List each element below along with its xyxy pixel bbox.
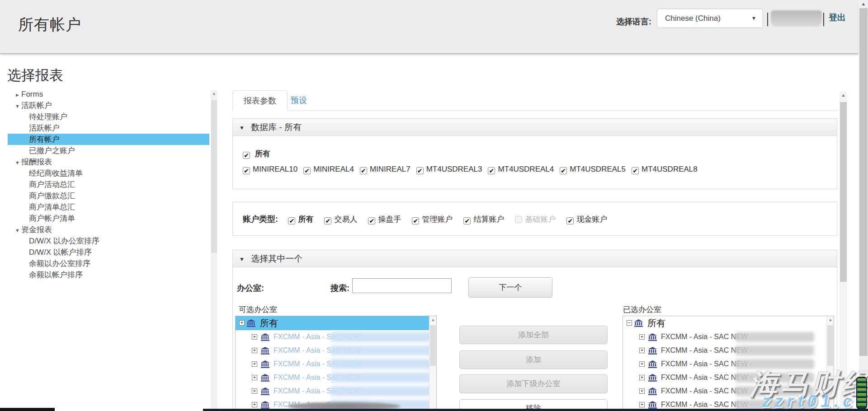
sidebar-item-资金报表[interactable]: ▼资金报表 <box>8 224 209 235</box>
expand-plus-icon[interactable]: + <box>639 375 645 380</box>
sidebar-item-商户活动总汇[interactable]: 商户活动总汇 <box>8 179 209 190</box>
scroll-up-icon[interactable]: ▲ <box>859 1 868 6</box>
sidebar-item-所有帐户[interactable]: 所有帐户 <box>8 134 209 145</box>
bottom-edge-artifact <box>203 409 868 411</box>
sidebar-item-D/W/X 以帐户排序[interactable]: D/W/X 以帐户排序 <box>8 247 209 258</box>
checkbox-label[interactable]: MT4USDREAL8 <box>642 165 698 173</box>
next-button[interactable]: 下一个 <box>468 277 552 298</box>
sidebar-item-余额以办公室排序[interactable]: 余额以办公室排序 <box>8 258 209 269</box>
checkbox-所有[interactable]: ✔ <box>288 217 295 224</box>
checkbox-MINIREAL10[interactable]: ✔ <box>243 167 250 174</box>
sidebar-item-报酬报表[interactable]: ▼报酬报表 <box>8 156 209 168</box>
expand-plus-icon[interactable]: + <box>252 402 257 407</box>
checkbox-交易人[interactable]: ✔ <box>324 217 331 224</box>
office-row[interactable]: +FXCMM - Asia - SAC NEW <box>236 384 436 398</box>
expand-plus-icon[interactable]: + <box>252 375 257 380</box>
collapse-minus-icon[interactable]: − <box>627 320 632 326</box>
checkbox-label[interactable]: 操盘手 <box>378 215 401 224</box>
scroll-up-icon[interactable]: ▲ <box>429 318 437 322</box>
checkbox-现金账户[interactable]: ✔ <box>566 217 574 224</box>
office-row[interactable]: +FXCMM - Asia - SAC NEW <box>236 344 436 357</box>
triangle-down-icon: ▼ <box>239 256 245 262</box>
checkbox-label[interactable]: MINIREAL7 <box>370 165 410 173</box>
expand-plus-icon[interactable]: + <box>252 334 257 340</box>
scroll-up-icon[interactable]: ▲ <box>840 93 847 98</box>
checkbox-MT4USDREAL5[interactable]: ✔ <box>560 167 567 174</box>
triangle-down-icon[interactable]: ▼ <box>8 225 21 236</box>
sidebar-item-商户清单总汇[interactable]: 商户清单总汇 <box>8 201 209 213</box>
checkbox-label[interactable]: MT4USDREAL4 <box>498 165 554 173</box>
sidebar-item-活跃帐户[interactable]: ▼活跃帐户 <box>8 100 209 111</box>
tab-presets[interactable]: 预设 <box>280 90 318 111</box>
checkbox-label[interactable]: 管理账户 <box>422 215 453 224</box>
language-select[interactable]: Chinese (China) ▼ <box>657 9 763 28</box>
checkbox-管理账户[interactable]: ✔ <box>412 217 419 224</box>
checkbox-MINIREAL7[interactable]: ✔ <box>360 167 367 174</box>
list-scrollbar[interactable]: ▲ <box>429 316 436 411</box>
office-row[interactable]: +FXCMM - Asia - SAC NEW <box>236 357 436 371</box>
checkbox-结算账户[interactable]: ✔ <box>463 217 471 224</box>
expand-plus-icon[interactable]: + <box>639 334 645 340</box>
expand-plus-icon[interactable]: + <box>252 348 257 353</box>
office-row[interactable]: +FXCMM - Asia - SAC NEW <box>236 371 436 384</box>
panel-scrollbar-thumb[interactable] <box>840 102 847 282</box>
sidebar-item-商户帐户清单[interactable]: 商户帐户清单 <box>8 213 209 224</box>
sidebar-item-商户缴款总汇[interactable]: 商户缴款总汇 <box>8 190 209 201</box>
expand-plus-icon[interactable]: + <box>639 361 645 367</box>
browser-scrollbar[interactable]: ▲ <box>859 0 868 411</box>
checkbox-label[interactable]: 交易人 <box>334 215 357 224</box>
scroll-up-icon[interactable]: ▲ <box>211 91 217 96</box>
browser-scrollbar-thumb[interactable] <box>859 8 868 356</box>
tab-report-parameters[interactable]: 报表参数 <box>232 90 288 111</box>
checkbox-label[interactable]: MINIREAL4 <box>313 165 354 173</box>
search-input[interactable] <box>352 278 452 293</box>
database-section-header[interactable]: ▼ 数据库 - 所有 <box>232 118 837 136</box>
expand-plus-icon[interactable]: + <box>252 388 257 394</box>
transfer-button-添加全部: 添加全部 <box>459 326 608 344</box>
list-scrollbar-thumb[interactable] <box>827 325 833 366</box>
language-label: 选择语言: <box>616 16 651 27</box>
panel-scrollbar[interactable]: ▲ <box>840 91 847 410</box>
office-row-all[interactable]: +所有 <box>236 316 436 330</box>
sidebar-item-余额以帐户排序[interactable]: 余额以帐户排序 <box>8 269 209 280</box>
tree-scrollbar-thumb[interactable] <box>211 100 217 253</box>
checkbox-label[interactable]: 结算账户 <box>473 215 504 224</box>
database-option: ✔MINIREAL10 <box>243 165 297 174</box>
checkbox-MT4USDREAL8[interactable]: ✔ <box>632 167 639 174</box>
triangle-right-icon[interactable]: ► <box>8 89 21 101</box>
checkbox-label[interactable]: MT4USDREAL3 <box>426 165 482 173</box>
expand-plus-icon[interactable]: + <box>639 388 645 394</box>
sidebar-item-Forms[interactable]: ►Forms <box>8 89 209 100</box>
search-label: 搜索: <box>330 283 349 294</box>
office-row[interactable]: +FXCMM - Asia - SAC NEW - <box>623 344 834 357</box>
checkbox-label[interactable]: 所有 <box>298 215 313 224</box>
triangle-down-icon[interactable]: ▼ <box>8 157 21 168</box>
list-scrollbar-thumb[interactable] <box>430 325 436 366</box>
checkbox-label[interactable]: MT4USDREAL5 <box>570 165 626 173</box>
expand-plus-icon[interactable]: + <box>639 402 645 407</box>
checkbox-MINIREAL4[interactable]: ✔ <box>303 167 311 174</box>
checkbox-label[interactable]: MINIREAL10 <box>253 165 297 173</box>
expand-plus-icon[interactable]: + <box>639 348 645 353</box>
office-row-all[interactable]: −所有 <box>623 316 834 330</box>
office-row[interactable]: +FXCMM - Asia - SAC NEW <box>236 330 436 344</box>
triangle-down-icon[interactable]: ▼ <box>8 101 21 112</box>
checkbox-MT4USDREAL4[interactable]: ✔ <box>488 167 495 174</box>
sidebar-item-待处理账户[interactable]: 待处理账户 <box>8 111 209 122</box>
sidebar-item-经纪商收益清单[interactable]: 经纪商收益清单 <box>8 168 209 179</box>
sidebar-item-活跃帐户[interactable]: 活跃帐户 <box>8 122 209 134</box>
checkbox-database-all[interactable]: ✔ <box>243 152 250 159</box>
checkbox-MT4USDREAL3[interactable]: ✔ <box>416 167 424 174</box>
expand-plus-icon[interactable]: + <box>239 320 245 326</box>
logout-link[interactable]: 登出 <box>829 12 846 23</box>
scroll-up-icon[interactable]: ▲ <box>827 318 834 322</box>
checkbox-操盘手[interactable]: ✔ <box>368 217 375 224</box>
sidebar-item-D/W/X 以办公室排序[interactable]: D/W/X 以办公室排序 <box>8 235 209 247</box>
expand-plus-icon[interactable]: + <box>252 361 257 367</box>
tree-scrollbar[interactable]: ▲ <box>211 90 217 410</box>
sidebar-item-已撤户之账户[interactable]: 已撤户之账户 <box>8 145 209 156</box>
select-one-section-header[interactable]: ▼ 选择其中一个 <box>232 250 837 267</box>
checkbox-label[interactable]: 现金账户 <box>576 215 607 224</box>
office-row[interactable]: +FXCMM - Asia - SAC NEW <box>623 330 834 344</box>
checkbox-label[interactable]: 所有 <box>255 149 270 158</box>
